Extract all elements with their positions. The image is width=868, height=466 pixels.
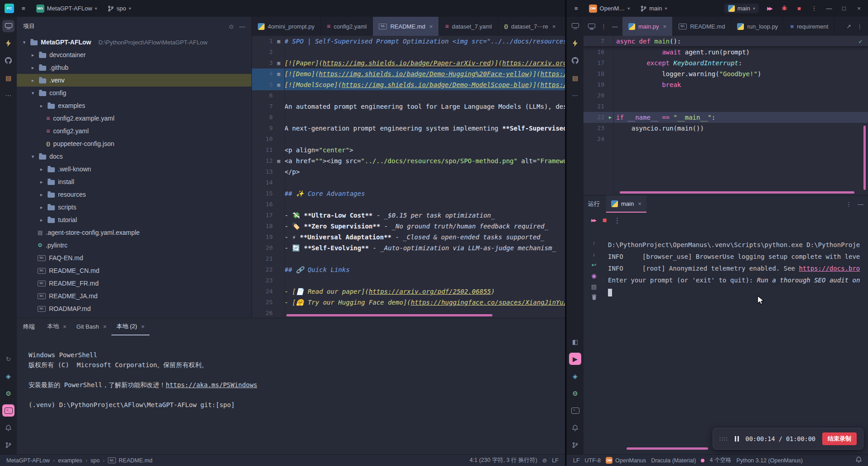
terminal-tab-2[interactable]: 本地 (2)× [111, 318, 149, 335]
breadcrumb-metagpt-aflow[interactable]: MetaGPT-AFLow [6, 457, 50, 464]
print-icon[interactable]: ▤ [591, 283, 597, 290]
drag-handle[interactable]: ∷∷ [719, 436, 728, 442]
more-tool-windows-button[interactable]: ⋯ [569, 89, 581, 101]
chevron-right-icon[interactable]: ▸ [39, 179, 44, 185]
hide-panel-icon[interactable]: — [858, 201, 863, 208]
pause-recording-button[interactable] [735, 436, 736, 442]
image-gutter-icon[interactable] [277, 39, 280, 44]
stop-button[interactable]: ■ [795, 5, 804, 12]
chevron-right-icon[interactable]: ▸ [39, 217, 44, 223]
tree-item-faq-en-md[interactable]: FAQ-EN.md [17, 252, 251, 264]
close-icon[interactable]: × [63, 323, 67, 330]
hide-tabs-icon[interactable]: — [612, 23, 618, 30]
close-icon[interactable]: × [141, 323, 145, 330]
breadcrumb-readme-md[interactable]: README.md [108, 457, 152, 464]
soft-wrap-icon[interactable]: ↩ [592, 262, 597, 268]
github-tool-button[interactable] [2, 54, 14, 67]
tree-item-resources[interactable]: ▸resources [17, 188, 251, 201]
tab-4omini-prompt-py[interactable]: 4omini_prompt.py [252, 17, 321, 36]
breadcrumb-examples[interactable]: examples [58, 457, 82, 464]
scroll-up-icon[interactable]: ↑ [593, 240, 596, 247]
tab-readme-md[interactable]: README.md× [373, 17, 439, 36]
debug-button[interactable] [780, 5, 789, 12]
vcs-branch-widget[interactable]: spo ▾ [105, 4, 134, 13]
tree-item-config2-example-yaml[interactable]: config2.example.yaml [17, 112, 251, 125]
status-dracula-material[interactable]: Dracula (Material) [651, 457, 696, 464]
more-actions-button[interactable]: ⋮ [810, 5, 819, 12]
commit-tool-button[interactable] [569, 37, 581, 49]
image-gutter-icon[interactable] [277, 72, 280, 77]
slash-icon[interactable]: ⊘ [542, 457, 547, 464]
status-lf[interactable]: LF [573, 457, 580, 464]
image-gutter-icon[interactable] [277, 159, 280, 164]
stop-button[interactable]: ■ [603, 216, 607, 224]
tab-run-loop-py[interactable]: run_loop.py [731, 17, 784, 36]
tab-config2-yaml[interactable]: config2.yaml [321, 17, 373, 36]
notifications-button[interactable] [2, 422, 14, 434]
status-4-1-230-3[interactable]: 4:1 (230 字符, 3 行 换行符) [470, 456, 537, 464]
colored-output-icon[interactable]: ◉ [591, 272, 596, 279]
tree-item-config[interactable]: ▾config [17, 87, 251, 99]
terminal-tool-button[interactable] [2, 404, 14, 417]
tool-window-layout-icon[interactable] [588, 24, 595, 29]
chevron-right-icon[interactable]: ▸ [39, 192, 44, 198]
run-configuration-selector[interactable]: main ▾ [724, 4, 759, 13]
maximize-button[interactable]: □ [839, 5, 849, 12]
terminal-tab-git-bash[interactable]: Git Bash× [72, 318, 111, 335]
image-gutter-icon[interactable] [277, 61, 280, 66]
more-icon[interactable]: ⋮ [846, 201, 852, 208]
main-menu-button[interactable]: ≡ [571, 4, 581, 13]
tab-readme-md[interactable]: README.md [673, 17, 731, 36]
commit-tool-button[interactable] [2, 37, 14, 49]
services-tool-button[interactable]: ◈ [2, 370, 14, 382]
tree-item-puppeteer-config-json[interactable]: puppeteer-config.json [17, 137, 251, 150]
tree-item-readme-fr-md[interactable]: README_FR.md [17, 277, 251, 290]
run-tool-button[interactable]: ▶ [569, 353, 581, 365]
tree-item-roadmap-md[interactable]: ROADMAP.md [17, 302, 251, 315]
close-icon[interactable]: × [552, 23, 556, 30]
tab-requirement[interactable]: requirement [784, 17, 834, 36]
project-widget[interactable]: MG MetaGPT-AFLow ▾ [33, 3, 101, 14]
tree-item-pylintrc[interactable]: .pylintrc [17, 239, 251, 252]
chevron-down-icon[interactable]: ▾ [21, 39, 27, 45]
plugins-tool-button[interactable]: ◧ [569, 335, 581, 348]
run-tab-main[interactable]: main × [606, 195, 646, 213]
project-tool-button[interactable] [569, 20, 581, 32]
bell-icon[interactable] [856, 456, 862, 464]
chevron-down-icon[interactable]: ▾ [30, 90, 36, 96]
tab-dataset-7-re[interactable]: dataset_7⋯re× [498, 17, 562, 36]
status-lf[interactable]: LF [552, 457, 559, 464]
tree-root[interactable]: ▾ MetaGPT-AFLow D:\PythonProject\AFlow\M… [17, 36, 251, 49]
close-icon[interactable]: × [429, 23, 433, 30]
tree-item-tutorial[interactable]: ▸tutorial [17, 214, 251, 226]
github-tool-button[interactable] [569, 54, 581, 67]
tab-main-py[interactable]: main.py× [622, 17, 673, 36]
horizontal-scrollbar[interactable] [286, 314, 492, 316]
services-tool-button[interactable]: ◈ [569, 370, 581, 382]
terminal-link[interactable]: https://aka.ms/PSWindows [166, 381, 257, 388]
more-tool-windows-button[interactable]: ⋯ [2, 89, 14, 101]
close-button[interactable]: × [854, 5, 863, 12]
tree-item-examples[interactable]: ▸examples [17, 99, 251, 112]
more-actions-button[interactable]: ⋮ [614, 216, 621, 225]
close-icon[interactable]: × [103, 323, 106, 330]
stop-recording-button[interactable]: 结束录制 [822, 432, 857, 445]
tree-item-docs[interactable]: ▾docs [17, 150, 251, 163]
chevron-right-icon[interactable]: ▸ [39, 166, 44, 172]
status-4[interactable]: 4 个空格 [709, 456, 731, 464]
tree-item-config2-yaml[interactable]: config2.yaml [17, 125, 251, 137]
chevron-right-icon[interactable]: ▸ [30, 52, 36, 58]
vcs-branch-widget[interactable]: main ▾ [637, 4, 670, 13]
project-widget[interactable]: OM OpenM… ▾ [586, 3, 633, 14]
todo-tool-button[interactable]: ▤ [569, 72, 581, 84]
status-openmanus[interactable]: OMOpenManus [606, 457, 646, 464]
chevron-right-icon[interactable]: ▸ [39, 204, 44, 210]
git-branches-button[interactable] [2, 439, 14, 451]
tree-item-agent-store-config-yaml-example[interactable]: .agent-store-config.yaml.example [17, 226, 251, 239]
tree-item-devcontainer[interactable]: ▸devcontainer [17, 49, 251, 61]
scroll-down-icon[interactable]: ↓ [593, 251, 596, 257]
console-link[interactable]: https://docs.bro [799, 265, 860, 272]
project-tool-button[interactable] [2, 20, 14, 32]
terminal-tab-item[interactable]: 本地× [42, 318, 72, 335]
inspections-ok-icon[interactable]: ✓ [858, 38, 862, 45]
